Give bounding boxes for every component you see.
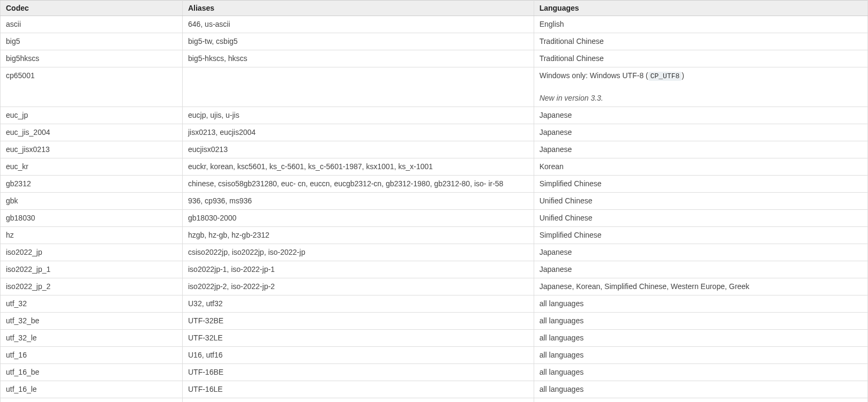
cell-languages: Traditional Chinese xyxy=(534,33,867,50)
table-row: euc_kreuckr, korean, ksc5601, ks_c-5601,… xyxy=(1,158,868,175)
cell-aliases: iso2022jp-1, iso-2022-jp-1 xyxy=(182,261,534,278)
cell-languages: Japanese xyxy=(534,141,867,158)
cell-aliases: 936, cp936, ms936 xyxy=(182,192,534,209)
cell-aliases: iso2022jp-2, iso-2022-jp-2 xyxy=(182,278,534,295)
cell-codec: utf_32_be xyxy=(1,312,183,329)
cell-codec: euc_jp xyxy=(1,107,183,124)
cell-aliases: UTF-32LE xyxy=(182,329,534,346)
cell-codec: big5hkscs xyxy=(1,50,183,67)
cell-aliases: U32, utf32 xyxy=(182,295,534,312)
cell-aliases: csiso2022jp, iso2022jp, iso-2022-jp xyxy=(182,244,534,261)
cell-codec: hz xyxy=(1,226,183,244)
languages-text-suffix: ) xyxy=(682,71,684,80)
cell-codec: utf_16_be xyxy=(1,363,183,381)
cell-languages: Japanese, Korean, Simplified Chinese, We… xyxy=(534,278,867,295)
table-row: euc_jisx0213eucjisx0213Japanese xyxy=(1,141,868,158)
cell-codec: gb2312 xyxy=(1,175,183,192)
table-row: gbk936, cp936, ms936Unified Chinese xyxy=(1,192,868,209)
cell-languages: all languages xyxy=(534,329,867,346)
version-added-note: New in version 3.3. xyxy=(540,93,862,104)
table-row: gb2312chinese, csiso58gb231280, euc- cn,… xyxy=(1,175,868,192)
cell-languages: Japanese xyxy=(534,124,867,141)
cell-codec: iso2022_jp_1 xyxy=(1,261,183,278)
codec-table: Codec Aliases Languages ascii646, us-asc… xyxy=(0,0,868,402)
languages-text-prefix: Windows only: Windows UTF-8 ( xyxy=(540,71,648,80)
cell-codec: utf_32 xyxy=(1,295,183,312)
table-row: iso2022_jpcsiso2022jp, iso2022jp, iso-20… xyxy=(1,244,868,261)
table-row: utf_7U7, unicode-1-1-utf-7all languages xyxy=(1,398,868,402)
languages-code-literal: CP_UTF8 xyxy=(648,72,682,81)
table-row: cp65001Windows only: Windows UTF-8 (CP_U… xyxy=(1,67,868,107)
cell-languages: Unified Chinese xyxy=(534,209,867,226)
table-row: utf_16_beUTF-16BEall languages xyxy=(1,363,868,381)
table-row: iso2022_jp_2iso2022jp-2, iso-2022-jp-2Ja… xyxy=(1,278,868,295)
table-row: utf_16U16, utf16all languages xyxy=(1,346,868,363)
table-row: gb18030gb18030-2000Unified Chinese xyxy=(1,209,868,226)
cell-aliases: eucjp, ujis, u-jis xyxy=(182,107,534,124)
header-codec: Codec xyxy=(1,1,183,16)
cell-aliases: UTF-32BE xyxy=(182,312,534,329)
cell-codec: cp65001 xyxy=(1,67,183,107)
cell-aliases: eucjisx0213 xyxy=(182,141,534,158)
cell-codec: euc_jisx0213 xyxy=(1,141,183,158)
cell-aliases: euckr, korean, ksc5601, ks_c-5601, ks_c-… xyxy=(182,158,534,175)
cell-languages: Windows only: Windows UTF-8 (CP_UTF8)New… xyxy=(534,67,867,107)
cell-languages: Simplified Chinese xyxy=(534,226,867,244)
cell-codec: utf_32_le xyxy=(1,329,183,346)
table-row: ascii646, us-asciiEnglish xyxy=(1,16,868,33)
cell-languages: Japanese xyxy=(534,261,867,278)
cell-codec: euc_kr xyxy=(1,158,183,175)
cell-languages: Traditional Chinese xyxy=(534,50,867,67)
cell-codec: utf_7 xyxy=(1,398,183,402)
cell-codec: iso2022_jp xyxy=(1,244,183,261)
table-header-row: Codec Aliases Languages xyxy=(1,1,868,16)
cell-languages: Korean xyxy=(534,158,867,175)
table-row: euc_jpeucjp, ujis, u-jisJapanese xyxy=(1,107,868,124)
header-aliases: Aliases xyxy=(182,1,534,16)
cell-aliases: U7, unicode-1-1-utf-7 xyxy=(182,398,534,402)
cell-codec: big5 xyxy=(1,33,183,50)
table-row: hzhzgb, hz-gb, hz-gb-2312Simplified Chin… xyxy=(1,226,868,244)
cell-languages: Unified Chinese xyxy=(534,192,867,209)
cell-aliases: U16, utf16 xyxy=(182,346,534,363)
cell-aliases: big5-hkscs, hkscs xyxy=(182,50,534,67)
cell-aliases: big5-tw, csbig5 xyxy=(182,33,534,50)
cell-aliases: 646, us-ascii xyxy=(182,16,534,33)
table-row: utf_32_beUTF-32BEall languages xyxy=(1,312,868,329)
cell-languages: Simplified Chinese xyxy=(534,175,867,192)
cell-languages: all languages xyxy=(534,381,867,398)
table-row: big5big5-tw, csbig5Traditional Chinese xyxy=(1,33,868,50)
cell-languages: English xyxy=(534,16,867,33)
cell-languages: all languages xyxy=(534,312,867,329)
cell-codec: iso2022_jp_2 xyxy=(1,278,183,295)
cell-aliases: hzgb, hz-gb, hz-gb-2312 xyxy=(182,226,534,244)
cell-languages: all languages xyxy=(534,398,867,402)
cell-codec: ascii xyxy=(1,16,183,33)
cell-codec: utf_16 xyxy=(1,346,183,363)
cell-aliases: chinese, csiso58gb231280, euc- cn, euccn… xyxy=(182,175,534,192)
cell-languages: all languages xyxy=(534,295,867,312)
table-row: utf_32U32, utf32all languages xyxy=(1,295,868,312)
table-row: iso2022_jp_1iso2022jp-1, iso-2022-jp-1Ja… xyxy=(1,261,868,278)
cell-aliases: UTF-16BE xyxy=(182,363,534,381)
cell-aliases: jisx0213, eucjis2004 xyxy=(182,124,534,141)
cell-codec: euc_jis_2004 xyxy=(1,124,183,141)
table-row: euc_jis_2004jisx0213, eucjis2004Japanese xyxy=(1,124,868,141)
cell-codec: utf_16_le xyxy=(1,381,183,398)
cell-languages: all languages xyxy=(534,363,867,381)
table-row: big5hkscsbig5-hkscs, hkscsTraditional Ch… xyxy=(1,50,868,67)
cell-languages: all languages xyxy=(534,346,867,363)
cell-aliases: UTF-16LE xyxy=(182,381,534,398)
cell-languages: Japanese xyxy=(534,244,867,261)
cell-codec: gbk xyxy=(1,192,183,209)
cell-codec: gb18030 xyxy=(1,209,183,226)
cell-aliases: gb18030-2000 xyxy=(182,209,534,226)
header-languages: Languages xyxy=(534,1,867,16)
table-row: utf_32_leUTF-32LEall languages xyxy=(1,329,868,346)
table-row: utf_16_leUTF-16LEall languages xyxy=(1,381,868,398)
cell-languages: Japanese xyxy=(534,107,867,124)
cell-aliases xyxy=(182,67,534,107)
